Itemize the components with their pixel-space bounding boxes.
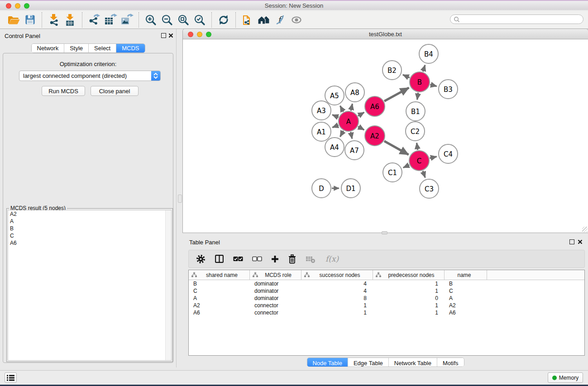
show-panels-button[interactable]: [5, 372, 17, 383]
zoom-out-button[interactable]: [159, 12, 175, 28]
graph-edge-C-C2[interactable]: [417, 143, 418, 150]
graph-edge-B-B1[interactable]: [417, 93, 418, 100]
export-image-button[interactable]: [119, 12, 135, 28]
plus-icon: [271, 255, 279, 263]
column-header-shared-name[interactable]: shared name: [189, 270, 250, 280]
import-table-button[interactable]: [62, 12, 78, 28]
eye-button[interactable]: [288, 12, 305, 28]
graph-edge-A-A7[interactable]: [351, 132, 352, 139]
network-canvas[interactable]: AA1A2A3A4A5A6A7A8BB1B2B3B4CC1C2C3C4DD1: [183, 39, 588, 233]
hierarchy-icon: [253, 272, 258, 277]
refresh-button[interactable]: [215, 12, 232, 28]
home-button[interactable]: [256, 12, 272, 28]
tab-network[interactable]: Network: [31, 44, 64, 52]
table-row[interactable]: Bdominator41B: [189, 280, 584, 287]
mcds-result-item[interactable]: A6: [8, 239, 171, 247]
column-header-filler: [487, 270, 584, 280]
graph-edge-A6-B[interactable]: [384, 88, 409, 101]
graph-edge-A-A3[interactable]: [332, 115, 339, 117]
show-columns-button[interactable]: [215, 254, 224, 263]
column-header-name[interactable]: name: [445, 270, 487, 280]
table-settings-button[interactable]: [196, 254, 206, 264]
vertical-splitter-handle[interactable]: [178, 195, 182, 203]
zoom-selected-button[interactable]: [191, 12, 208, 28]
mcds-list-scrollbar[interactable]: [165, 210, 171, 360]
graph-edge-A2-C[interactable]: [384, 141, 409, 155]
mcds-result-item[interactable]: A2: [8, 210, 171, 218]
graph-edge-A-A6[interactable]: [358, 112, 364, 116]
delete-column-button[interactable]: [288, 254, 296, 264]
graph-node-label: A3: [317, 107, 326, 115]
graph-node-label: D: [319, 185, 324, 193]
tab-node-table[interactable]: Node Table: [307, 358, 348, 367]
graph-edge-A-A8[interactable]: [351, 104, 352, 110]
delete-table-button[interactable]: [306, 255, 316, 263]
table-cell: C: [445, 288, 487, 294]
control-panel-title: Control Panel: [5, 33, 40, 39]
add-column-button[interactable]: [271, 255, 279, 263]
open-session-button[interactable]: [5, 12, 22, 28]
hide-graphics-details-button[interactable]: f: [272, 12, 288, 28]
graph-node-label: A2: [370, 132, 379, 140]
control-panel: Control Panel NetworkStyleSelectMCDS Opt…: [0, 29, 177, 367]
graph-edge-C-C4[interactable]: [430, 157, 436, 158]
memory-button[interactable]: Memory: [548, 372, 583, 383]
graph-node-label: A: [346, 118, 351, 126]
column-header-successor-nodes[interactable]: successor nodes: [301, 270, 373, 280]
mcds-result-item[interactable]: A: [8, 218, 171, 225]
run-mcds-button[interactable]: Run MCDS: [42, 86, 85, 96]
float-table-panel-icon[interactable]: [569, 239, 574, 244]
close-table-panel-icon[interactable]: [578, 239, 583, 244]
tab-network-table[interactable]: Network Table: [389, 358, 437, 367]
export-table-button[interactable]: [102, 12, 119, 28]
open-network-document-button[interactable]: [239, 12, 256, 28]
graph-edge-C-C1[interactable]: [403, 165, 409, 168]
trash-icon: [288, 254, 296, 264]
tab-select[interactable]: Select: [89, 44, 116, 52]
mcds-result-item[interactable]: C: [8, 232, 171, 239]
graph-edge-B-B4[interactable]: [423, 65, 425, 71]
open-folder-icon: [7, 14, 20, 25]
column-header-MCDS-role[interactable]: MCDS role: [250, 270, 301, 280]
graph-edge-A-A2[interactable]: [358, 127, 364, 130]
refresh-icon: [218, 14, 229, 26]
optimization-criterion-select[interactable]: largest connected component (directed): [19, 71, 161, 81]
graph-edge-A-A1[interactable]: [332, 125, 338, 128]
import-network-button[interactable]: [46, 12, 62, 28]
zoom-fit-button[interactable]: [175, 12, 191, 28]
deselect-all-button[interactable]: [252, 256, 262, 262]
graph-edge-A-A5[interactable]: [340, 106, 343, 112]
graph-edge-B-B3[interactable]: [430, 85, 437, 86]
graph-edge-B-B2[interactable]: [403, 75, 410, 77]
hierarchy-icon: [191, 272, 197, 277]
tab-mcds[interactable]: MCDS: [116, 44, 144, 52]
resize-grip[interactable]: [582, 227, 588, 232]
tab-motifs[interactable]: Motifs: [437, 358, 464, 367]
close-panel-button[interactable]: Close panel: [91, 86, 139, 96]
column-header-predecessor-nodes[interactable]: predecessor nodes: [373, 270, 445, 280]
table-cell: A2: [189, 302, 250, 309]
tab-style[interactable]: Style: [64, 44, 89, 52]
network-window-titlebar[interactable]: testGlobe.txt: [183, 29, 588, 39]
table-row[interactable]: Adominator80A: [189, 295, 584, 302]
close-panel-icon[interactable]: [168, 33, 173, 38]
save-session-button[interactable]: [22, 12, 38, 28]
function-builder-button[interactable]: f(x): [325, 254, 341, 264]
hierarchy-icon: [304, 272, 310, 277]
horizontal-splitter-handle[interactable]: [382, 231, 387, 234]
graph-node-label: A8: [350, 89, 359, 97]
graph-edge-A-A4[interactable]: [340, 131, 343, 137]
network-window-title: testGlobe.txt: [183, 31, 588, 38]
float-panel-icon[interactable]: [161, 33, 166, 38]
table-row[interactable]: A6connector11A6: [189, 309, 584, 316]
zoom-in-button[interactable]: [143, 12, 159, 28]
export-network-button[interactable]: [86, 12, 102, 28]
table-row[interactable]: Cdominator41C: [189, 287, 584, 295]
zoom-selected-icon: [194, 14, 206, 26]
table-row[interactable]: A2connector11A2: [189, 302, 584, 309]
tab-edge-table[interactable]: Edge Table: [348, 358, 389, 367]
mcds-result-item[interactable]: B: [8, 225, 171, 232]
graph-edge-C-C3[interactable]: [423, 171, 425, 178]
select-all-button[interactable]: [233, 256, 243, 262]
search-input[interactable]: [460, 15, 583, 23]
